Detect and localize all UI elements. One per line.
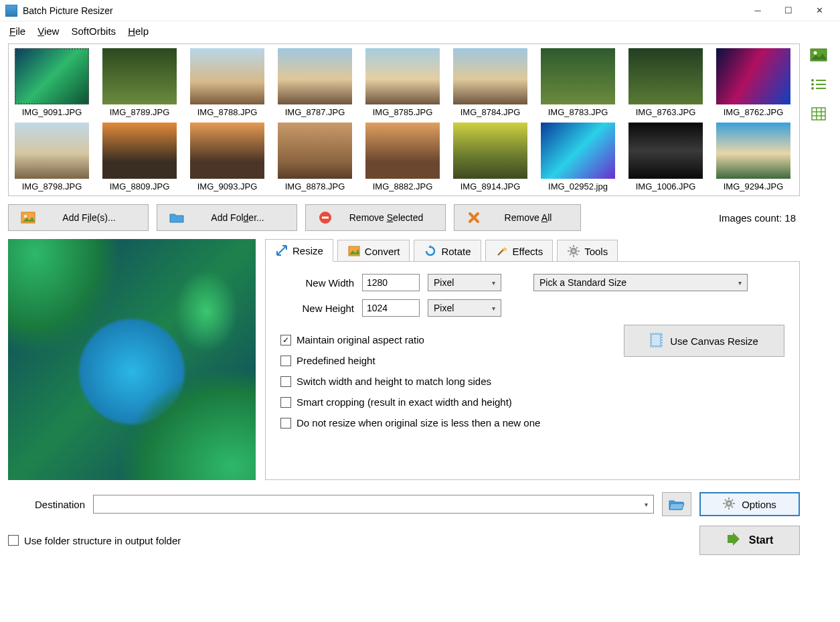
destination-combo[interactable]: ▾ (93, 495, 654, 514)
thumbnail-label: IMG_8789.JPG (110, 107, 170, 117)
folder-open-icon (669, 497, 685, 511)
thumbnail-item[interactable]: IMG_1006.JPG (626, 123, 705, 191)
checkbox-icon (280, 418, 291, 429)
thumbnail-item[interactable]: IMG_9093.JPG (188, 123, 266, 191)
thumbnail-item[interactable]: IMG_8882.JPG (363, 123, 442, 191)
minimize-button[interactable]: ─ (742, 0, 773, 21)
tab-convert[interactable]: Convert (337, 240, 410, 262)
menu-view[interactable]: View (37, 25, 59, 37)
menu-softorbits[interactable]: SoftOrbits (71, 25, 116, 37)
add-folder-button[interactable]: Add Folder... (157, 204, 297, 231)
svg-rect-34 (816, 88, 826, 89)
thumbnail-item[interactable]: IMG_8914.JPG (451, 123, 529, 191)
resize-icon (275, 244, 288, 257)
remove-selected-button[interactable]: Remove Selected (305, 204, 446, 231)
menu-help[interactable]: Help (128, 25, 149, 37)
maximize-button[interactable]: ☐ (773, 0, 804, 21)
options-button[interactable]: Options (699, 492, 800, 516)
no-resize-smaller-checkbox[interactable]: Do not resize when original size is less… (280, 417, 624, 429)
thumbnail-item[interactable]: IMG_9091.JPG (13, 48, 91, 117)
chevron-down-icon: ▾ (492, 305, 495, 312)
standard-size-select[interactable]: Pick a Standard Size▾ (533, 274, 748, 291)
thumbnail-label: IMG_8878.JPG (285, 181, 345, 191)
svg-line-10 (570, 247, 571, 248)
thumbnail-item[interactable]: IMG_8789.JPG (100, 48, 179, 117)
thumbnail-item[interactable]: IMG_9294.JPG (714, 123, 792, 191)
new-width-label: New Width (280, 277, 354, 289)
add-files-button[interactable]: Add File(s)... (8, 204, 149, 231)
app-icon (5, 5, 17, 17)
thumbnail-label: IMG_8763.JPG (636, 107, 696, 117)
thumbnail-image (278, 48, 352, 104)
thumbnail-image (365, 48, 440, 104)
thumbnail-label: IMG_8809.JPG (110, 181, 170, 191)
thumbnail-image (541, 123, 615, 179)
destination-label: Destination (35, 499, 85, 510)
thumbnail-item[interactable]: IMG_8763.JPG (626, 48, 705, 117)
thumbnail-label: IMG_8784.JPG (460, 107, 521, 117)
height-unit-select[interactable]: Pixel▾ (428, 299, 501, 317)
chevron-down-icon: ▾ (645, 501, 648, 508)
switch-wh-checkbox[interactable]: Switch width and height to match long si… (280, 376, 624, 387)
svg-rect-15 (651, 334, 661, 346)
thumbnail-item[interactable]: IMG_8762.JPG (714, 48, 792, 117)
svg-point-29 (811, 79, 814, 82)
use-folder-structure-checkbox[interactable]: Use folder structure in output folder (8, 535, 181, 546)
titlebar: Batch Picture Resizer ─ ☐ ✕ (0, 0, 840, 21)
tools-icon (567, 244, 580, 258)
thumbnail-item[interactable]: IMG_8809.JPG (100, 123, 179, 191)
svg-point-30 (811, 83, 814, 86)
canvas-resize-button[interactable]: Use Canvas Resize (624, 325, 784, 357)
checkbox-icon (280, 397, 291, 408)
thumbnail-label: IMG_1006.JPG (636, 181, 696, 191)
thumbnail-image (628, 123, 703, 179)
thumbnail-panel: IMG_9091.JPGIMG_8789.JPGIMG_8788.JPGIMG_… (8, 44, 800, 196)
thumbnail-image (628, 48, 703, 104)
tab-resize[interactable]: Resize (265, 239, 333, 262)
new-height-input[interactable] (362, 299, 420, 317)
thumbnail-item[interactable]: IMG_8787.JPG (276, 48, 354, 117)
image-icon (21, 212, 35, 224)
gear-icon (723, 497, 735, 512)
thumbnail-item[interactable]: IMG_8785.JPG (363, 48, 442, 117)
browse-folder-button[interactable] (662, 492, 691, 516)
svg-point-26 (728, 502, 730, 505)
thumbnail-label: IMG_8798.JPG (22, 181, 82, 191)
thumbnail-label: IMG_8788.JPG (197, 107, 258, 117)
svg-line-24 (725, 506, 726, 508)
thumbnail-item[interactable]: IMG_8788.JPG (188, 48, 266, 117)
smart-cropping-checkbox[interactable]: Smart cropping (result in exact width an… (280, 396, 624, 408)
predefined-height-checkbox[interactable]: Predefined height (280, 355, 624, 366)
thumbnail-image (102, 48, 177, 104)
svg-point-1 (24, 215, 27, 218)
thumbnail-item[interactable]: IMG_02952.jpg (539, 123, 617, 191)
remove-selected-label: Remove Selected (339, 212, 433, 223)
tab-rotate[interactable]: Rotate (414, 240, 481, 262)
remove-all-button[interactable]: Remove All (454, 204, 581, 231)
thumbnail-item[interactable]: IMG_8784.JPG (451, 48, 529, 117)
close-button[interactable]: ✕ (804, 0, 835, 21)
window-controls: ─ ☐ ✕ (742, 0, 835, 21)
thumbnail-image (365, 123, 440, 179)
thumbnail-image (541, 48, 615, 104)
start-button[interactable]: Start (699, 526, 800, 555)
tab-effects[interactable]: Effects (485, 240, 554, 262)
view-grid-icon[interactable] (809, 106, 828, 121)
view-mode-icons (805, 44, 832, 555)
convert-icon (347, 244, 361, 258)
menu-file[interactable]: File (9, 25, 25, 37)
new-width-input[interactable] (362, 274, 420, 291)
thumbnail-item[interactable]: IMG_8798.JPG (13, 123, 91, 191)
thumbnail-label: IMG_8787.JPG (285, 107, 345, 117)
settings-tabs: Resize Convert Rotate Effects (265, 239, 800, 480)
thumbnail-item[interactable]: IMG_8878.JPG (276, 123, 354, 191)
maintain-aspect-checkbox[interactable]: ✓ Maintain original aspect ratio (280, 334, 624, 345)
view-thumbnails-icon[interactable] (809, 48, 828, 62)
view-list-icon[interactable] (809, 77, 828, 92)
thumbnail-label: IMG_9294.JPG (724, 181, 784, 191)
width-unit-select[interactable]: Pixel▾ (428, 274, 501, 291)
play-icon (726, 532, 741, 548)
checkbox-icon (8, 535, 19, 546)
thumbnail-item[interactable]: IMG_8783.JPG (539, 48, 617, 117)
tab-tools[interactable]: Tools (557, 240, 618, 262)
